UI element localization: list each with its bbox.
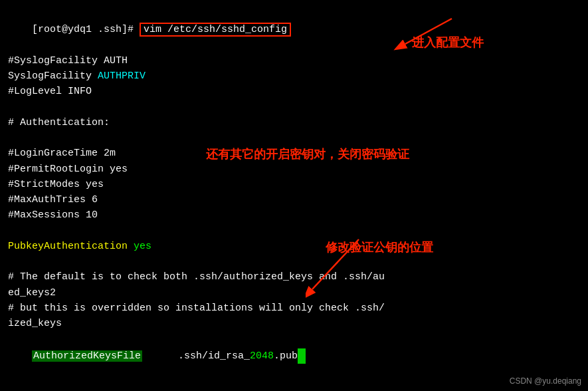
svg-line-3 — [312, 239, 359, 289]
authorized-keys-line: AuthorizedKeysFile .ssh/id_rsa_2048.pub — [8, 332, 580, 379]
line-permitroot: #PermitRootLogin yes — [8, 162, 580, 177]
line-blank4 — [8, 254, 580, 269]
line-syslog-authpriv: SyslogFacility AUTHPRIV — [8, 68, 580, 84]
authorized-keys-number: 2048 — [250, 350, 274, 362]
watermark: CSDN @yu.deqiang — [510, 376, 581, 386]
terminal-window: [root@ydq1 .ssh]# vim /etc/ssh/sshd_conf… — [0, 0, 588, 391]
arrow-enter-config — [392, 12, 472, 52]
line-but-comment: # but this is overridden so installation… — [8, 301, 580, 316]
arrow-pubkey-pos — [306, 233, 385, 299]
line-blank2 — [8, 130, 580, 146]
line-default-comment1: # The default is to check both .ssh/auth… — [8, 269, 580, 285]
command-highlight: vim /etc/ssh/sshd_config — [140, 23, 291, 37]
authorized-keys-file-label: AuthorizedKeysFile — [32, 350, 142, 362]
command-line: [root@ydq1 .ssh]# vim /etc/ssh/sshd_conf… — [8, 7, 580, 53]
line-maxsessions: #MaxSessions 10 — [8, 207, 580, 223]
authorized-keys-path: .ssh/id_rsa_ — [142, 350, 250, 362]
line-syslog-auth: #SyslogFacility AUTH — [8, 53, 580, 68]
line-loglevel: #LogLevel INFO — [8, 84, 580, 99]
line-blank3 — [8, 223, 580, 239]
svg-line-1 — [405, 19, 452, 44]
authorized-keys-ext: .pub — [274, 350, 298, 362]
line-pubkey: PubkeyAuthentication yes — [8, 239, 580, 254]
line-auth-header: # Authentication: — [8, 115, 580, 130]
line-ed-keys2: ed_keys2 — [8, 285, 580, 301]
line-maxauthtries: #MaxAuthTries 6 — [8, 192, 580, 207]
prompt: [root@ydq1 .ssh]# — [32, 24, 140, 35]
annotation-keypair: 还有其它的开启密钥对，关闭密码验证 — [206, 146, 409, 162]
line-ized-keys: ized_keys — [8, 316, 580, 331]
line-blank1 — [8, 100, 580, 115]
line-strictmodes: #StrictModes yes — [8, 177, 580, 192]
cursor — [298, 348, 306, 364]
